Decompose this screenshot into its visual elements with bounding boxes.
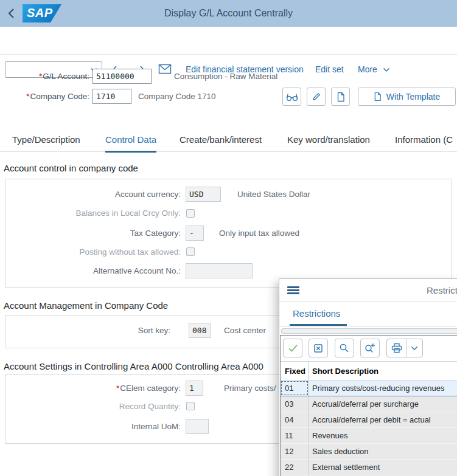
table-row[interactable]: 01 Primary costs/cost-reducing revenues (281, 381, 457, 396)
tab-control-data[interactable]: Control Data (105, 128, 156, 152)
table-row[interactable]: 03 Accrual/deferral per surcharge (281, 396, 457, 412)
restrictions-table: Fixed Short Description 01 Primary costs… (281, 362, 457, 476)
posting-without-tax-label: Posting without tax allowed: (0, 244, 181, 260)
column-header-fixed[interactable]: Fixed (281, 362, 309, 380)
value-help-grid: Fixed Short Description 01 Primary costs… (280, 335, 457, 476)
edit-button[interactable] (307, 88, 326, 106)
sap-display-gl-account-screen: SAP Display G/L Account Centrally Edit f… (0, 0, 457, 476)
cell-fixed[interactable]: 22 (281, 460, 309, 475)
cell-description[interactable]: Accrual/deferral per surcharge (309, 396, 457, 412)
cell-fixed[interactable]: 11 (281, 428, 309, 443)
chevron-down-icon (411, 346, 418, 351)
tax-category-label: Tax Category: (0, 226, 181, 241)
internal-uom-label: Internal UoM: (0, 419, 181, 434)
cell-fixed[interactable]: 03 (281, 396, 309, 412)
cell-fixed[interactable]: 04 (281, 412, 309, 427)
page-title: Display G/L Account Centrally (0, 0, 457, 27)
posting-without-tax-checkbox[interactable] (186, 247, 195, 256)
close-box-icon (313, 343, 323, 353)
alternative-account-label: Alternative Account No.: (0, 263, 181, 278)
cell-fixed[interactable]: 12 (281, 444, 309, 459)
required-marker: * (39, 72, 42, 81)
record-quantity-checkbox[interactable] (186, 402, 195, 410)
cell-description[interactable]: Primary costs/cost-reducing revenues (309, 381, 457, 396)
dialog-title: Restrictions (427, 279, 457, 302)
gl-account-input[interactable]: 51100000 (92, 69, 152, 84)
accept-button[interactable] (283, 339, 302, 357)
account-currency-description: United States Dollar (237, 187, 310, 202)
cell-description[interactable]: Sales deduction (309, 444, 457, 459)
printer-icon (391, 343, 402, 353)
tax-category-field[interactable]: - (186, 226, 204, 241)
table-row[interactable]: 04 Accrual/deferral per debit = actual (281, 412, 457, 428)
company-code-description: Company Code 1710 (138, 89, 216, 104)
action-toolbar: Edit financial statement version Edit se… (0, 27, 457, 55)
tab-information[interactable]: Information (C (395, 128, 453, 152)
section-title-account-management: Account Management in Company Code (4, 299, 168, 312)
column-header-short-description[interactable]: Short Description (309, 362, 457, 380)
celem-category-description: Primary costs/ (224, 381, 276, 396)
balances-local-crcy-label: Balances in Local Crcy Only: (0, 205, 181, 221)
more-menu-button[interactable]: More (358, 61, 390, 78)
edit-set-link[interactable]: Edit set (315, 61, 344, 78)
checkmark-icon (288, 343, 298, 353)
section-title-account-control: Account control in company code (4, 162, 138, 175)
glasses-icon (286, 92, 298, 102)
print-menu-button[interactable] (386, 339, 423, 357)
app-header-bar: SAP Display G/L Account Centrally (0, 0, 457, 27)
cell-description[interactable]: Revenues (309, 428, 457, 443)
dialog-tab-strip: Restrictions (279, 302, 457, 326)
tab-strip: Type/Description Control Data Create/ban… (0, 128, 457, 152)
dialog-header: Restrictions (279, 279, 457, 302)
gl-account-label: *G/L Account: (0, 69, 89, 84)
copy-button[interactable] (331, 88, 350, 106)
search-plus-icon (365, 343, 375, 353)
balances-local-crcy-checkbox[interactable] (186, 209, 195, 218)
tab-underline (290, 324, 347, 326)
cell-description[interactable]: Accrual/deferral per debit = actual (309, 412, 457, 427)
mail-icon[interactable] (158, 64, 172, 75)
company-code-label: *Company Code: (0, 89, 89, 104)
more-label: More (358, 64, 377, 74)
tab-key-word-translation[interactable]: Key word/translation (287, 128, 370, 152)
sort-key-description: Cost center (224, 323, 266, 338)
with-template-button[interactable]: With Template (358, 88, 456, 106)
restrictions-dialog: Restrictions Restrictions (279, 278, 457, 476)
page-icon (337, 92, 345, 102)
display-button[interactable] (282, 88, 301, 106)
record-quantity-label: Record Quantity: (0, 399, 181, 414)
find-button[interactable] (335, 339, 354, 357)
company-code-input[interactable]: 1710 (92, 89, 131, 104)
required-marker: * (116, 384, 119, 393)
celem-category-field[interactable]: 1 (186, 381, 203, 396)
sort-key-label: Sort key: (0, 323, 170, 338)
account-currency-label: Account currency: (0, 187, 181, 202)
cell-description[interactable]: External settlement (309, 460, 457, 475)
chevron-down-icon (383, 67, 390, 72)
cell-fixed[interactable]: 01 (281, 381, 309, 396)
tab-restrictions[interactable]: Restrictions (293, 302, 340, 326)
with-template-label: With Template (386, 92, 440, 102)
print-dropdown-segment[interactable] (406, 339, 422, 357)
search-icon (339, 343, 349, 353)
tab-create-bank-interest[interactable]: Create/bank/interest (180, 128, 262, 152)
table-row[interactable]: 11 Revenues (281, 428, 457, 444)
print-segment[interactable] (387, 339, 406, 357)
account-currency-field[interactable]: USD (186, 187, 221, 202)
celem-category-label: *CElem category: (0, 381, 181, 396)
menu-icon[interactable] (287, 286, 299, 296)
find-next-button[interactable] (360, 339, 380, 357)
table-row[interactable]: 22 External settlement (281, 460, 457, 475)
table-header-row: Fixed Short Description (281, 362, 457, 381)
internal-uom-field[interactable] (186, 419, 209, 434)
alternative-account-field[interactable] (186, 263, 253, 278)
sort-key-field[interactable]: 008 (189, 323, 211, 338)
tab-type-description[interactable]: Type/Description (12, 128, 80, 152)
table-row[interactable]: 12 Sales deduction (281, 444, 457, 460)
grid-toolbar (281, 336, 457, 362)
required-marker: * (26, 92, 29, 101)
tax-category-description: Only input tax allowed (219, 226, 299, 241)
pencil-icon (312, 92, 321, 102)
collapsed-filter-strip[interactable] (281, 328, 457, 334)
cancel-button[interactable] (309, 339, 328, 357)
